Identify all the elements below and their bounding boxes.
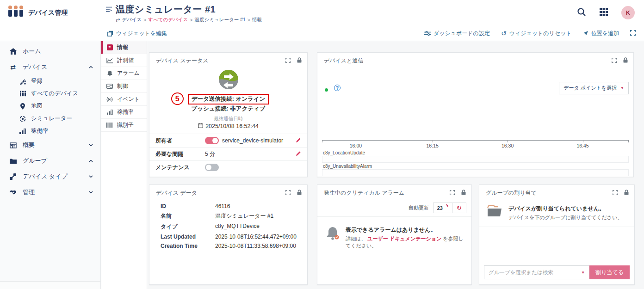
exchange-icon: ⇄	[116, 17, 120, 23]
expand-icon[interactable]	[285, 190, 291, 197]
lock-icon[interactable]	[461, 190, 466, 197]
breadcrumb-device[interactable]: 温度シミュレーター #1	[194, 17, 245, 23]
annotation-circle-5: 5	[171, 92, 184, 105]
device-status-card: デバイス ステータス 5	[149, 52, 308, 177]
annotation-highlight-box: データ送信接続: オンライン	[188, 94, 269, 105]
sidebar-item-device-types[interactable]: デバイス タイプ	[0, 169, 100, 184]
expand-icon[interactable]	[613, 190, 618, 197]
breadcrumb: ⇄ デバイス > すべてのデバイス > 温度シミュレーター #1 > 情報	[116, 17, 262, 23]
page-title: 温度シミュレーター #1	[116, 3, 262, 16]
device-data-row: タイプ c8y_MQTTDevice	[161, 223, 300, 231]
caret-down-icon: ▼	[581, 271, 585, 275]
device-data-row: 名前 温度シミュレーター #1	[161, 212, 300, 220]
expand-icon[interactable]	[450, 190, 455, 197]
events-icon	[106, 97, 113, 102]
owner-row: 所有者 service_device-simulator	[149, 134, 307, 147]
tab-events[interactable]: イベント	[101, 93, 147, 106]
datapoint-select-dropdown[interactable]: データ ポイントを選択 ▼	[559, 82, 629, 94]
refresh-countdown-button[interactable]: 23	[433, 203, 452, 213]
lock-icon[interactable]	[297, 190, 302, 197]
group-assignment-card: グループの割り当て デバイスが割り当てられていません。 デバイスを下のグループに…	[479, 184, 635, 285]
sidebar-item-all-devices[interactable]: すべてのデバイス	[0, 87, 100, 100]
lane-label: c8y_LocationUpdate	[322, 150, 629, 155]
card-title: デバイス ステータス	[156, 57, 209, 65]
sidebar-collapse-strip[interactable]	[0, 281, 100, 289]
dashboard-actionbar: ウィジェットを編集 ダッシュボードの設定 ↺ ウィジェットのリセット 位置を追加	[0, 26, 644, 41]
refresh-now-button[interactable]: ↻	[452, 203, 466, 213]
tab-measurements[interactable]: 計測値	[101, 54, 147, 67]
search-icon[interactable]	[577, 7, 586, 18]
tab-availability[interactable]: 稼働率	[101, 106, 147, 119]
help-icon[interactable]: ?	[334, 85, 341, 91]
lock-icon[interactable]	[297, 57, 302, 64]
refresh-icon: ↻	[457, 205, 462, 211]
breadcrumb-info: 情報	[252, 17, 262, 23]
device-data-row: ID 46116	[161, 203, 300, 209]
tab-alarms[interactable]: アラーム	[101, 67, 147, 80]
device-data-card: デバイス データ ID 46116 名前 温度シミュレーター #1 タイプ c8…	[149, 184, 308, 285]
user-documentation-link[interactable]: ユーザー ドキュメンテーション	[367, 236, 441, 241]
plug-icon	[19, 78, 27, 85]
assign-button[interactable]: 割り当てる	[589, 265, 630, 279]
connection-status-icon	[218, 84, 239, 92]
sidebar-item-simulator[interactable]: シミュレーター	[0, 112, 100, 125]
sidebar-item-overview[interactable]: 概要	[0, 137, 100, 153]
sidebar-item-home[interactable]: ホーム	[0, 43, 100, 59]
group-hint: デバイスを下のグループに割り当ててください。	[508, 214, 622, 221]
chevron-up-icon	[89, 160, 93, 162]
maintenance-row: メンテナンス	[149, 160, 307, 174]
overview-icon	[8, 142, 18, 148]
chevron-down-icon	[89, 175, 93, 178]
lock-icon[interactable]	[624, 190, 629, 197]
add-location-button[interactable]: 位置を追加	[583, 30, 619, 37]
app-logo[interactable]: デバイス管理	[0, 0, 101, 26]
sidebar-item-groups[interactable]: グループ	[0, 153, 100, 169]
app-switcher-icon[interactable]	[599, 7, 608, 18]
axis-tick-label: 16:15	[427, 143, 439, 148]
expand-icon[interactable]	[612, 58, 617, 64]
maintenance-toggle[interactable]	[205, 164, 219, 171]
sidebar-item-map[interactable]: 地図	[0, 100, 100, 112]
device-communication-card: デバイスと通信 ? データ ポイントを選択 ▼	[317, 52, 634, 177]
title-block: 温度シミュレーター #1 ⇄ デバイス > すべてのデバイス > 温度シミュレー…	[105, 3, 262, 23]
owner-toggle[interactable]	[205, 137, 219, 144]
bar-chart-icon	[19, 129, 27, 134]
fullscreen-icon[interactable]	[630, 29, 636, 37]
no-alarms-message: 表示できるアラームはありません。	[346, 226, 464, 234]
sidebar-item-devices[interactable]: ⇄ デバイス	[0, 59, 100, 75]
lock-icon[interactable]	[623, 57, 628, 64]
breadcrumb-all-devices[interactable]: すべてのデバイス	[148, 17, 188, 23]
tab-info[interactable]: * 情報	[101, 41, 147, 54]
interval-value: 5 分	[205, 150, 215, 158]
user-avatar[interactable]: K	[621, 6, 635, 19]
edit-pencil-icon[interactable]	[296, 137, 301, 144]
top-header: デバイス管理 温度シミュレーター #1 ⇄ デバイス > すべてのデバイス > …	[0, 0, 644, 26]
chevron-down-icon	[89, 144, 93, 147]
edit-pencil-icon[interactable]	[296, 151, 301, 158]
card-title: グループの割り当て	[486, 189, 537, 197]
push-connection-status: プッシュ接続: 非アクティブ	[149, 105, 307, 113]
group-select-input[interactable]: グループを選択または検索 ▼	[484, 265, 589, 279]
caret-down-icon: ▼	[620, 86, 624, 90]
device-data-row: Creation Time 2025-10-08T11:33:58.698+09…	[161, 243, 300, 249]
dashboard-settings-button[interactable]: ダッシュボードの設定	[424, 30, 490, 37]
dashboard-content: デバイス ステータス 5	[147, 41, 644, 289]
simulator-icon	[19, 116, 27, 122]
reset-icon: ↺	[501, 30, 507, 37]
sidebar-item-registration[interactable]: 登録	[0, 75, 100, 87]
last-communication-time: 2025/10/08 16:52:44	[205, 123, 259, 129]
tab-identity[interactable]: 識別子	[101, 119, 147, 132]
card-title: デバイスと通信	[324, 57, 363, 65]
chart-line-icon	[106, 58, 113, 63]
sidebar-item-management[interactable]: 管理	[0, 184, 100, 200]
edit-widget-button[interactable]: ウィジェットを編集	[107, 30, 167, 37]
reset-widgets-button[interactable]: ↺ ウィジェットのリセット	[501, 30, 572, 37]
chevron-down-icon	[89, 191, 93, 194]
device-tabs: * 情報 計測値 アラーム 制御 イベント 稼働率 識別子	[101, 41, 147, 289]
no-group-message: デバイスが割り当てられていません。	[508, 205, 622, 213]
sidebar-item-availability[interactable]: 稼働率	[0, 125, 100, 137]
card-title: デバイス データ	[156, 189, 197, 197]
tab-control[interactable]: 制御	[101, 80, 147, 93]
breadcrumb-devices[interactable]: デバイス	[122, 17, 142, 23]
expand-icon[interactable]	[285, 58, 291, 64]
